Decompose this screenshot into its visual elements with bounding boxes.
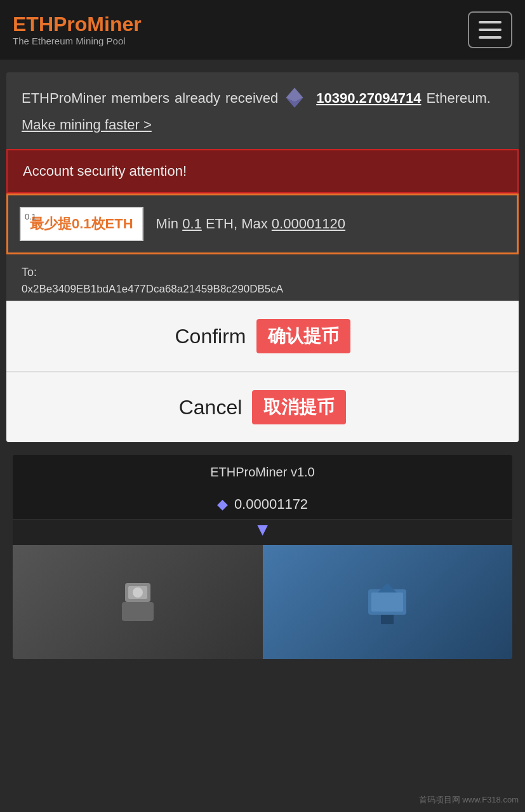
miner-right-icon <box>362 577 413 627</box>
header: ETHProMiner The Ethereum Mining Pool <box>0 0 525 60</box>
app-panel-title: ETHProMiner v1.0 <box>13 455 512 490</box>
confirm-button[interactable]: Confirm 确认提币 <box>6 301 519 371</box>
hamburger-icon-line1 <box>479 21 502 23</box>
max-value: 0.00001120 <box>272 216 345 232</box>
brand: ETHProMiner The Ethereum Mining Pool <box>13 13 142 46</box>
down-arrow-icon: ▼ <box>13 520 512 545</box>
cancel-button-english: Cancel <box>179 396 243 419</box>
ticker-prefix: ETHProMiner <box>22 88 106 108</box>
watermark: 首码项目网 www.F318.com <box>419 794 519 806</box>
ticker-cta-link[interactable]: Make mining faster > <box>22 114 152 135</box>
svg-rect-4 <box>122 602 154 621</box>
hamburger-icon-line3 <box>479 36 502 39</box>
svg-rect-7 <box>371 593 403 612</box>
ticker-currency: Ethereum. <box>426 88 491 108</box>
address-section: To: 0x2Be3409EB1bdA1e477Dca68a21459B8c29… <box>6 254 519 301</box>
app-images-row <box>13 545 512 659</box>
min-max-info: Min 0.1 ETH, Max 0.00001120 <box>156 216 345 232</box>
main-card: ETHProMiner members already received 103… <box>6 72 519 442</box>
app-panel-amount: 0.00001172 <box>234 496 308 513</box>
app-image-left <box>13 545 263 659</box>
badge-small-text: 0.1 <box>25 212 36 221</box>
min-eth-badge: 0.1 最少提0.1枚ETH <box>20 207 143 241</box>
cancel-button[interactable]: Cancel 取消提币 <box>6 371 519 442</box>
security-alert-text: Account security attention! <box>23 163 187 179</box>
min-value: 0.1 <box>182 216 202 232</box>
security-alert-banner: Account security attention! <box>6 149 519 193</box>
address-value: 0x2Be3409EB1bdA1e477Dca68a21459B8c290DB5… <box>22 283 503 296</box>
miner-left-icon <box>112 577 163 627</box>
svg-point-5 <box>133 587 143 598</box>
min-label: Min <box>156 216 178 232</box>
ticker-banner: ETHProMiner members already received 103… <box>6 72 519 149</box>
ethereum-icon <box>283 86 306 109</box>
menu-button[interactable] <box>468 11 512 48</box>
app-panel-amount-row: ◆ 0.00001172 <box>13 490 512 520</box>
ticker-members: members <box>111 88 169 108</box>
eth-diamond-icon: ◆ <box>217 496 228 513</box>
svg-rect-9 <box>381 615 394 624</box>
ticker-already: already <box>175 88 220 108</box>
main-container: ETHProMiner members already received 103… <box>0 60 525 672</box>
max-label: Max <box>241 216 268 232</box>
withdrawal-currency: ETH, <box>206 216 237 232</box>
app-subtitle: The Ethereum Mining Pool <box>13 36 142 46</box>
ticker-received: received <box>225 88 278 108</box>
badge-main-text: 最少提0.1枚ETH <box>30 216 133 232</box>
app-image-right <box>263 545 513 659</box>
confirm-button-chinese: 确认提币 <box>256 319 350 353</box>
cancel-button-chinese: 取消提币 <box>252 390 346 424</box>
hamburger-icon-line2 <box>479 29 502 31</box>
address-label: To: <box>22 266 503 279</box>
app-title: ETHProMiner <box>13 13 142 36</box>
ticker-amount: 10390.27094714 <box>316 88 421 108</box>
svg-marker-8 <box>378 583 397 593</box>
confirm-button-english: Confirm <box>175 325 246 348</box>
withdrawal-info: 0.1 最少提0.1枚ETH Min 0.1 ETH, Max 0.000011… <box>6 193 519 254</box>
app-panel: ETHProMiner v1.0 ◆ 0.00001172 ▼ <box>13 455 512 659</box>
